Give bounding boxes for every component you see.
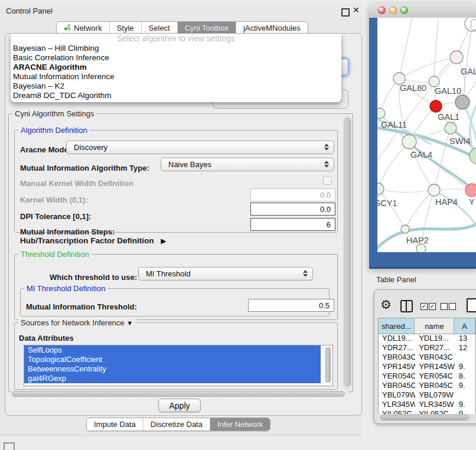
columns-icon[interactable] xyxy=(400,300,413,312)
mi-algorithm-type-combo[interactable]: Naive Bayes xyxy=(161,158,334,171)
tab-infer-network[interactable]: Infer Network xyxy=(210,418,270,431)
network-node[interactable] xyxy=(393,73,405,84)
tab-cyni-toolbox[interactable]: Cyni Toolbox xyxy=(177,22,236,34)
table-cell[interactable]: YIL052C xyxy=(415,409,455,414)
network-edge[interactable] xyxy=(378,189,434,193)
network-edge[interactable] xyxy=(399,57,457,79)
which-threshold-combo[interactable]: MI Threshold xyxy=(138,267,313,281)
network-node[interactable] xyxy=(470,148,476,164)
table-cell[interactable]: 12 xyxy=(455,343,476,353)
dpi-tolerance-field[interactable]: 0.0 xyxy=(250,203,335,216)
select-all-icon[interactable]: ✓ xyxy=(420,303,428,310)
data-attribute-item[interactable]: gal4RGexp xyxy=(24,374,321,383)
tab-network[interactable]: Network xyxy=(57,22,109,34)
network-window-titlebar[interactable] xyxy=(369,4,476,18)
network-edge[interactable] xyxy=(399,18,413,79)
table-horizontal-scrollbar[interactable] xyxy=(379,414,474,421)
table-row[interactable]: YDR27...YDR27...12 xyxy=(379,343,476,353)
data-attribute-item[interactable]: SelfLoops xyxy=(24,345,321,355)
network-node[interactable] xyxy=(377,108,385,119)
tab-impute-data[interactable]: Impute Data xyxy=(87,418,143,431)
table-cell[interactable]: YBL079W xyxy=(379,390,415,400)
tab-jactivemnodules[interactable]: jActiveMNodules xyxy=(236,22,308,34)
data-attribute-item[interactable]: TopologicalCoefficient xyxy=(24,355,321,364)
tab-discretize-data[interactable]: Discretize Data xyxy=(143,418,210,431)
column-header-shared[interactable]: shared... xyxy=(379,318,415,334)
algorithm-option[interactable]: Bayesian – Hill Climbing xyxy=(11,44,341,53)
table-cell[interactable]: YPR145W xyxy=(415,362,455,371)
canvas-toolbar-toggle[interactable] xyxy=(471,19,476,30)
table-cell[interactable]: YER054C xyxy=(379,371,415,381)
table-cell[interactable] xyxy=(455,353,476,362)
deselect-all-icon[interactable] xyxy=(441,303,448,310)
mac-zoom-button[interactable] xyxy=(400,6,408,14)
network-canvas[interactable]: GALGAL80GAL10GAL1GAL11SWI4GAL4GCY1HAP4YH… xyxy=(377,18,476,252)
tab-select[interactable]: Select xyxy=(141,22,177,34)
mi-steps-field[interactable]: 6 xyxy=(250,218,335,231)
data-attributes-list[interactable]: SelfLoopsTopologicalCoefficientBetweenne… xyxy=(24,345,333,386)
table-row[interactable]: YBR043CYBR043C xyxy=(379,353,476,362)
collapsed-panel-icon[interactable] xyxy=(4,442,15,450)
mi-threshold-field[interactable]: 0.5 xyxy=(248,299,334,312)
table-cell[interactable]: YBR045C xyxy=(415,381,455,390)
settings-vertical-scrollbar[interactable] xyxy=(343,116,352,389)
table-row[interactable]: YDL19...YDL19...13 xyxy=(379,334,476,343)
network-edge[interactable] xyxy=(434,18,439,81)
close-icon[interactable]: ✕ xyxy=(353,5,360,15)
table-cell[interactable]: YLR345W xyxy=(415,400,455,409)
network-edge[interactable] xyxy=(405,190,434,229)
settings-horizontal-scrollbar[interactable] xyxy=(11,390,348,397)
new-table-icon[interactable] xyxy=(467,298,476,312)
table-cell[interactable]: YDL19... xyxy=(415,334,455,343)
network-node[interactable] xyxy=(429,76,439,87)
network-edge[interactable] xyxy=(378,142,409,189)
collapse-arrow-icon[interactable]: ▼ xyxy=(126,319,133,327)
table-cell[interactable]: YLR345W xyxy=(379,400,415,409)
table-row[interactable]: YIL052CYIL052C9 xyxy=(379,409,476,414)
algorithm-option[interactable]: Bayesian – K2 xyxy=(11,81,341,91)
table-cell[interactable]: 9. xyxy=(455,362,476,371)
data-attribute-item[interactable]: BetweennessCentrality xyxy=(24,364,321,374)
column-header-A[interactable]: A xyxy=(454,318,475,334)
table-row[interactable]: YBL079WYBL079W xyxy=(379,390,476,400)
table-cell[interactable]: YPR145W xyxy=(379,362,415,371)
network-edge[interactable] xyxy=(378,189,405,229)
network-edge[interactable] xyxy=(409,142,434,190)
apply-button[interactable]: Apply xyxy=(158,399,201,412)
table-cell[interactable]: YIL052C xyxy=(379,409,415,414)
network-node[interactable] xyxy=(455,95,470,109)
select-all-icon[interactable]: ✓ xyxy=(429,303,436,310)
algorithm-option[interactable]: ARACNE Algorithm xyxy=(11,63,341,72)
table-cell[interactable]: YBR043C xyxy=(379,353,415,362)
table-cell[interactable]: YER054C xyxy=(415,371,455,381)
network-node[interactable] xyxy=(430,100,442,112)
expand-arrow-icon[interactable]: ▶ xyxy=(161,237,166,245)
table-row[interactable]: YBR045CYBR045C9. xyxy=(379,381,476,390)
algorithm-option[interactable]: Mutual Information Inference xyxy=(11,72,341,81)
network-node[interactable] xyxy=(450,51,463,64)
network-node[interactable] xyxy=(465,184,476,197)
algorithm-option[interactable]: Basic Correlation Inference xyxy=(11,53,341,63)
table-cell[interactable]: YBR043C xyxy=(415,353,455,362)
tab-style[interactable]: Style xyxy=(109,22,141,34)
network-node[interactable] xyxy=(377,183,384,195)
list-scrollbar[interactable] xyxy=(325,347,331,383)
table-cell[interactable] xyxy=(455,390,476,400)
network-node[interactable] xyxy=(428,184,440,196)
network-node[interactable] xyxy=(401,225,409,233)
manual-kernel-width-checkbox[interactable] xyxy=(323,176,332,185)
mac-close-button[interactable] xyxy=(378,6,386,14)
float-panel-icon[interactable] xyxy=(341,8,350,17)
table-cell[interactable]: 9 xyxy=(455,409,476,414)
table-cell[interactable]: YDR27... xyxy=(379,343,415,353)
deselect-all-icon[interactable] xyxy=(449,303,456,310)
table-cell[interactable]: 8. xyxy=(455,371,476,381)
hub-definition-section[interactable]: Hub/Transcription Factor Definition ▶ xyxy=(20,236,167,245)
table-cell[interactable]: 9. xyxy=(455,400,476,409)
table-cell[interactable]: YBR045C xyxy=(379,381,415,390)
network-edge[interactable] xyxy=(434,128,451,190)
kernel-width-field[interactable]: 0.0 xyxy=(250,188,335,201)
table-cell[interactable]: YDR27... xyxy=(415,343,455,353)
table-cell[interactable]: 9. xyxy=(455,381,476,390)
column-header-name[interactable]: name xyxy=(415,318,454,334)
